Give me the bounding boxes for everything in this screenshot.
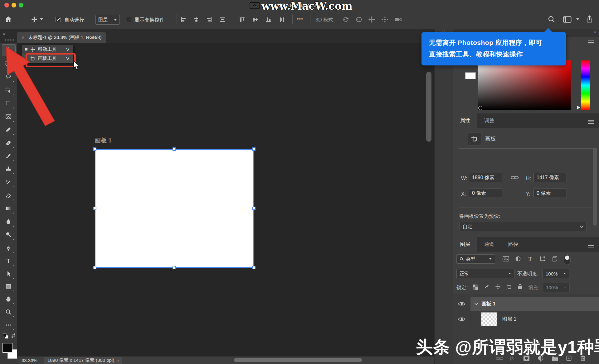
layer-filter-type-dropdown[interactable]: 类型 (456, 254, 495, 264)
visibility-cell[interactable] (453, 297, 470, 311)
align-right-icon[interactable] (207, 17, 212, 22)
distribute-vertical-icon[interactable] (279, 17, 285, 22)
collapse-panels-icon[interactable]: » (594, 30, 596, 35)
home-icon[interactable] (5, 16, 12, 23)
color-picker-ring[interactable] (478, 106, 482, 110)
color-panel-menu-icon[interactable] (588, 41, 594, 41)
lock-transparency-icon[interactable] (473, 285, 478, 290)
blend-mode-dropdown[interactable]: 正常 (456, 269, 514, 278)
artboard-handle-s[interactable] (173, 266, 176, 269)
document-tab[interactable]: × 未标题-1 @ 33.3% (画板 1, RGB/8) (17, 32, 106, 43)
3d-pan-icon[interactable] (368, 16, 375, 23)
object-selection-tool-button[interactable] (2, 85, 15, 96)
align-bottom-icon[interactable] (266, 17, 271, 22)
filter-type-layers-icon[interactable]: T (527, 256, 533, 262)
tab-adjustments[interactable]: 调整 (477, 113, 501, 128)
color-saturation-field[interactable] (478, 60, 571, 110)
show-transform-checkbox[interactable] (126, 17, 131, 22)
fill-dropdown[interactable]: 100% (543, 283, 570, 292)
lock-artboard-icon[interactable] (506, 284, 512, 290)
filter-shape-layers-icon[interactable] (539, 256, 545, 262)
eraser-tool-button[interactable] (2, 190, 15, 201)
workspace-switcher-icon[interactable] (563, 16, 572, 23)
hue-slider[interactable] (581, 60, 590, 110)
expand-chevron-icon[interactable] (474, 303, 478, 305)
frame-tool-button[interactable] (2, 111, 15, 122)
path-selection-tool-button[interactable] (2, 268, 15, 280)
zoom-level[interactable]: 33.33% (22, 358, 37, 363)
more-align-options-icon[interactable]: ••• (297, 16, 303, 22)
visibility-cell[interactable] (453, 311, 470, 327)
properties-panel-menu-icon[interactable] (588, 120, 594, 121)
default-colors-icon[interactable] (2, 333, 9, 339)
filter-toggle-switch[interactable] (564, 254, 571, 265)
artboard-label[interactable]: 画板 1 (95, 136, 112, 145)
lock-position-icon[interactable] (495, 284, 501, 290)
move-tool-button[interactable] (2, 44, 16, 56)
align-top-icon[interactable] (239, 17, 245, 22)
tab-channels[interactable]: 通道 (477, 237, 501, 252)
color-foreground-swatch[interactable] (465, 72, 476, 79)
lock-pixels-icon[interactable] (484, 284, 489, 290)
search-icon[interactable] (548, 16, 555, 23)
preset-dropdown[interactable]: 自定 (460, 222, 587, 231)
artboard-handle-nw[interactable] (93, 147, 96, 151)
crop-tool-button[interactable] (2, 98, 15, 109)
x-field[interactable]: 0 像素 (469, 189, 502, 198)
artboard-handle-sw[interactable] (93, 266, 96, 269)
properties-scrollbar[interactable] (593, 148, 597, 226)
rectangle-tool-button[interactable] (2, 281, 15, 292)
auto-select-target-dropdown[interactable]: 图层 (95, 15, 120, 25)
lasso-tool-button[interactable] (2, 71, 15, 83)
clone-stamp-tool-button[interactable] (2, 163, 15, 175)
move-tool-option-icon[interactable] (31, 16, 37, 22)
flyout-item-move-tool[interactable]: 移动工具 V (22, 45, 73, 54)
lock-all-icon[interactable] (517, 284, 523, 290)
tool-preset-chevron-icon[interactable] (40, 18, 43, 20)
3d-rotate-icon[interactable] (342, 16, 349, 23)
horizontal-scrollbar[interactable] (234, 358, 362, 362)
marquee-tool-button[interactable] (2, 58, 15, 69)
artboard-handle-e[interactable] (252, 207, 256, 210)
align-left-icon[interactable] (181, 17, 186, 22)
healing-brush-tool-button[interactable] (2, 137, 15, 149)
tab-paths[interactable]: 路径 (501, 237, 525, 252)
foreground-color-swatch[interactable] (2, 343, 12, 353)
artboard[interactable] (95, 149, 254, 268)
history-brush-tool-button[interactable] (2, 177, 15, 188)
type-tool-button[interactable]: T (2, 256, 15, 267)
layer-name[interactable]: 画板 1 (481, 301, 495, 307)
document-info[interactable]: 1890 像素 x 1417 像素 (300 ppi) › (44, 357, 122, 364)
artboard-handle-se[interactable] (252, 266, 256, 269)
3d-roll-icon[interactable] (355, 16, 363, 23)
filter-image-layers-icon[interactable] (503, 256, 509, 262)
zoom-tool-button[interactable] (2, 306, 15, 318)
dodge-tool-button[interactable] (2, 229, 15, 240)
workspace-chevron-icon[interactable] (576, 18, 579, 20)
gradient-tool-button[interactable] (2, 203, 15, 214)
y-field[interactable]: 0 像素 (533, 189, 567, 198)
opacity-dropdown[interactable]: 100% (543, 269, 569, 278)
align-horizontal-center-icon[interactable] (193, 17, 199, 22)
layer-row-layer1[interactable]: 图层 1 (453, 311, 599, 327)
tab-close-icon[interactable]: × (22, 35, 25, 41)
swap-colors-icon[interactable] (11, 333, 16, 338)
height-field[interactable]: 1417 像素 (533, 173, 567, 182)
artboard-handle-ne[interactable] (252, 147, 256, 151)
dock-grip[interactable] (442, 31, 446, 31)
width-field[interactable]: 1890 像素 (469, 173, 502, 182)
hand-tool-button[interactable] (2, 293, 15, 304)
layers-panel-menu-icon[interactable] (588, 244, 594, 244)
eyedropper-tool-button[interactable] (2, 124, 15, 135)
layer-name[interactable]: 图层 1 (502, 316, 516, 323)
3d-camera-icon[interactable] (394, 16, 402, 23)
toolbar-collapse-icon[interactable]: » (3, 31, 5, 36)
link-dimensions-icon[interactable] (511, 175, 519, 180)
auto-select-checkbox[interactable] (56, 17, 61, 22)
share-icon[interactable] (586, 15, 593, 23)
toolbar-grip[interactable] (4, 39, 16, 41)
align-vertical-center-icon[interactable] (252, 17, 258, 22)
artboard-handle-n[interactable] (173, 147, 176, 151)
vertical-scrollbar[interactable] (426, 72, 431, 142)
layer-thumbnail[interactable] (481, 312, 497, 326)
